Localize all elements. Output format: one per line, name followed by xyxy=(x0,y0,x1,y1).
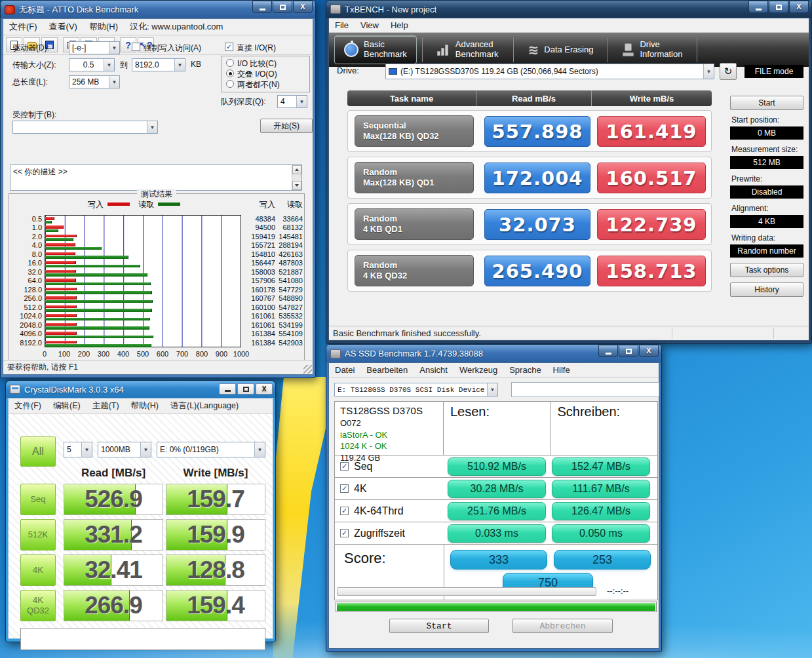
menu-edit[interactable]: 编辑(E) xyxy=(47,398,87,414)
test-type-button[interactable]: 4KQD32 xyxy=(20,590,56,621)
direct-io-checkbox[interactable]: ✓ xyxy=(225,43,233,51)
menu-view[interactable]: Ansicht xyxy=(414,363,454,377)
read-bar xyxy=(45,273,147,277)
transfer-to-select[interactable]: 8192.0▼ xyxy=(132,58,185,71)
results-table-header: Task name Read mB/s Write mB/s xyxy=(347,90,712,106)
menu-language[interactable]: 语言(L)(Language) xyxy=(164,398,244,414)
results-groupbox: 测试结果 写入 读取 写入 读取 0.51.02.04.08.016.032.0… xyxy=(9,193,305,374)
read-value: 548890 xyxy=(274,294,303,303)
asssd-titlebar[interactable]: AS SSD Benchmark 1.7.4739.38088 X xyxy=(326,345,661,362)
transfer-from-select[interactable]: 0.5▼ xyxy=(69,58,115,71)
maximize-button[interactable] xyxy=(769,1,788,13)
maximize-button[interactable] xyxy=(273,1,292,13)
close-button[interactable]: X xyxy=(293,1,313,13)
menu-help[interactable]: Help xyxy=(385,18,414,32)
scroll-down-icon[interactable] xyxy=(292,181,301,190)
close-button[interactable]: X xyxy=(256,383,273,395)
chevron-down-icon[interactable]: ▼ xyxy=(109,76,119,88)
menu-help[interactable]: Hilfe xyxy=(547,363,576,377)
menu-file[interactable]: 文件(F) xyxy=(9,398,47,414)
drive-select[interactable]: (E:) TS128GSSD370S 119.24 GB (250,066,94… xyxy=(385,64,714,79)
start-button[interactable]: Start xyxy=(389,619,489,633)
target-drive-select[interactable]: E: 0% (0/119GB)▼ xyxy=(157,442,265,457)
task-options-button[interactable]: Task options xyxy=(730,263,803,277)
start-button[interactable]: 开始(S) xyxy=(260,119,313,133)
description-box[interactable]: << 你的描述 >> xyxy=(10,164,302,191)
cancel-button[interactable]: Abbrechen xyxy=(512,619,613,633)
write-value: 161.419 xyxy=(597,116,706,147)
history-button[interactable]: History xyxy=(730,282,803,297)
menu-language[interactable]: Sprache xyxy=(503,363,547,377)
chevron-down-icon[interactable]: ▼ xyxy=(174,59,185,71)
io-compare-radio[interactable] xyxy=(226,59,234,67)
menu-help[interactable]: 帮助(H) xyxy=(125,398,164,414)
menu-edit[interactable]: Bearbeiten xyxy=(360,363,414,377)
chevron-down-icon[interactable]: ▼ xyxy=(81,442,92,457)
menu-view[interactable]: View xyxy=(355,18,385,32)
chevron-down-icon[interactable]: ▼ xyxy=(254,442,265,457)
test-checkbox[interactable]: ✓ xyxy=(340,484,349,493)
minimize-button[interactable] xyxy=(252,1,272,13)
secondary-combo[interactable] xyxy=(511,382,659,397)
test-size-select[interactable]: 1000MB▼ xyxy=(98,442,151,457)
menu-localization-credit: 汉化: www.upantool.com xyxy=(124,19,229,35)
resize-grip[interactable] xyxy=(303,365,312,374)
drive-select[interactable]: [-e-]▼ xyxy=(69,41,120,54)
read-score: 333 xyxy=(450,550,547,570)
neither-radio[interactable] xyxy=(226,80,234,88)
chevron-down-icon[interactable]: ▼ xyxy=(104,59,114,71)
controlled-by-select[interactable]: ▼ xyxy=(12,121,158,134)
chevron-down-icon[interactable]: ▼ xyxy=(296,96,307,107)
minimize-button[interactable] xyxy=(219,383,236,395)
start-button[interactable]: Start xyxy=(730,96,803,110)
total-length-select[interactable]: 256 MB▼ xyxy=(69,75,120,88)
menu-tools[interactable]: Werkzeug xyxy=(454,363,503,377)
menu-file[interactable]: File xyxy=(329,18,355,32)
file-mode-badge[interactable]: FILE mode xyxy=(744,65,803,78)
menu-view[interactable]: 查看(V) xyxy=(43,19,83,35)
tab-advanced-benchmark[interactable]: AdvancedBenchmark xyxy=(428,35,508,64)
test-count-select[interactable]: 5▼ xyxy=(64,442,92,457)
menu-help[interactable]: 帮助(H) xyxy=(83,19,124,35)
force-write-checkbox[interactable] xyxy=(132,43,140,51)
close-button[interactable]: X xyxy=(789,1,809,13)
device-select[interactable]: E: TS128GSS D370S SCSI Disk Device▼ xyxy=(334,383,498,397)
x-tick: 700 xyxy=(176,350,188,358)
block-size-label: 1.0 xyxy=(10,223,42,232)
refresh-button[interactable]: ↻ xyxy=(720,63,737,80)
overlapped-io-radio[interactable] xyxy=(226,69,234,77)
test-checkbox[interactable]: ✓ xyxy=(340,507,349,515)
restore-button[interactable] xyxy=(237,383,254,395)
menu-file[interactable]: 文件(F) xyxy=(3,19,43,35)
queue-depth-select[interactable]: 4▼ xyxy=(277,95,307,108)
chevron-down-icon[interactable]: ▼ xyxy=(147,121,157,133)
scroll-up-icon[interactable] xyxy=(292,165,301,174)
minimize-button[interactable] xyxy=(598,345,618,357)
test-checkbox[interactable]: ✓ xyxy=(340,529,349,537)
asssd-app-icon xyxy=(330,349,341,358)
maximize-button[interactable] xyxy=(619,345,638,357)
atto-titlebar[interactable]: 无标题 - ATTO Disk Benchmark X xyxy=(1,1,315,18)
test-checkbox[interactable]: ✓ xyxy=(340,462,349,471)
menu-theme[interactable]: 主题(T) xyxy=(87,398,125,414)
run-all-button[interactable]: All xyxy=(20,436,56,467)
tab-drive-information[interactable]: DriveInformation xyxy=(613,35,691,64)
test-type-button[interactable]: 4K xyxy=(20,554,56,586)
chevron-down-icon[interactable]: ▼ xyxy=(140,442,151,457)
menu-file[interactable]: Datei xyxy=(329,363,360,377)
chevron-down-icon[interactable]: ▼ xyxy=(703,64,714,79)
write-bar xyxy=(45,252,75,256)
tab-data-erasing[interactable]: ≋ Data Erasing xyxy=(519,35,603,64)
test-type-button[interactable]: Seq xyxy=(20,484,56,515)
close-button[interactable]: X xyxy=(639,345,659,357)
test-type-button[interactable]: 512K xyxy=(20,519,56,551)
chevron-down-icon[interactable]: ▼ xyxy=(109,42,119,54)
benchmark-row: Random4 KB QD32 265.490 158.713 xyxy=(347,250,712,292)
description-scrollbar[interactable] xyxy=(292,165,301,190)
minimize-button[interactable] xyxy=(748,1,768,13)
comment-box[interactable] xyxy=(20,628,265,650)
chevron-down-icon[interactable]: ▼ xyxy=(487,383,497,396)
txbench-titlebar[interactable]: TxBENCH - New project X xyxy=(326,1,811,18)
tab-basic-benchmark[interactable]: BasicBenchmark xyxy=(334,35,417,64)
cdm-titlebar[interactable]: CrystalDiskMark 3.0.3 x64 X xyxy=(6,381,275,398)
